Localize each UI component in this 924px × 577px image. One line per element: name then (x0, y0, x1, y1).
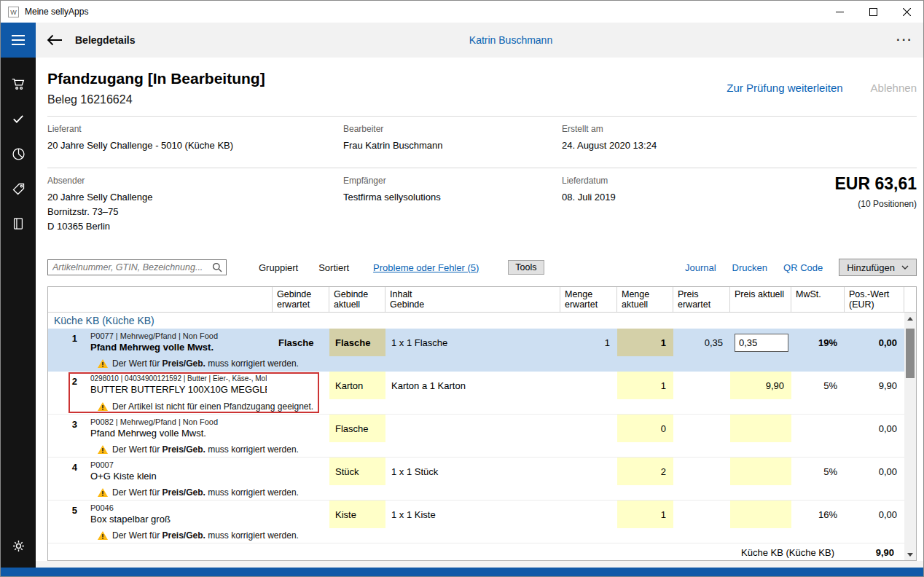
total-amount: EUR 63,61 (834, 174, 917, 194)
group-footer-label: Küche KB (Küche KB) (741, 547, 834, 558)
empfaenger-label: Empfänger (343, 176, 441, 186)
row-number: 5 (48, 501, 85, 528)
lieferant-label: Lieferant (47, 124, 233, 134)
main-content: Pfandzugang [In Bearbeitung] Beleg 16216… (36, 58, 923, 576)
group-header: Küche KB (Küche KB) (48, 313, 916, 329)
reject-button[interactable]: Ablehnen (871, 82, 917, 94)
lieferant-value: 20 Jahre Selly Challenge - 5010 (Küche K… (47, 138, 233, 153)
menge-aktuell-cell[interactable]: 0 (617, 415, 673, 442)
column-header: Gebinde aktuell (329, 287, 385, 312)
article-cell: P0077 | Mehrweg/Pfand | Non Food Pfand M… (85, 329, 273, 356)
gebinde-erwartet-cell (273, 372, 329, 399)
article-search-input[interactable] (47, 259, 227, 275)
preis-aktuell-cell[interactable] (730, 415, 791, 442)
article-cell: 0298010 | 04034900121592 | Butter | Eier… (85, 372, 273, 399)
table-row[interactable]: 3 P0082 | Mehrweg/Pfand | Non Food Pfand… (48, 415, 916, 458)
absender-line2: Bornitzstr. 73–75 (47, 205, 153, 219)
bearbeiter-value: Frau Katrin Buschmann (343, 138, 443, 153)
warning-icon (98, 531, 108, 540)
sidebar-item-cart[interactable] (1, 66, 36, 101)
table-header-row: Gebinde erwartet Gebinde aktuell Inhalt … (48, 287, 916, 313)
preis-aktuell-cell[interactable]: 9,90 (730, 372, 791, 399)
scroll-up-button[interactable] (904, 313, 916, 324)
gebinde-aktuell-cell[interactable]: Karton (329, 372, 385, 399)
menge-aktuell-cell[interactable]: 1 (617, 372, 673, 399)
row-number: 2 (48, 372, 85, 399)
column-header: Preis erwartet (673, 287, 730, 312)
preis-aktuell-cell[interactable] (730, 501, 791, 528)
checkmark-icon (11, 111, 26, 126)
warning-icon (98, 359, 108, 368)
preis-aktuell-cell (730, 329, 791, 356)
sidebar-item-approvals[interactable] (1, 101, 36, 136)
sidebar-item-journal[interactable] (1, 206, 36, 241)
row-warning: Der Artikel ist nicht für einen Pfandzug… (48, 399, 916, 414)
status-bar (1, 568, 923, 576)
column-header-article (48, 287, 273, 312)
table-scrollbar[interactable] (904, 313, 916, 560)
close-button[interactable] (890, 1, 923, 23)
journal-link[interactable]: Journal (685, 262, 716, 273)
gebinde-aktuell-cell[interactable]: Stück (329, 458, 385, 485)
table-row[interactable]: 4 P0007 O+G Kiste klein Stück 1 x 1 Stüc… (48, 458, 916, 501)
menge-aktuell-cell[interactable]: 2 (617, 458, 673, 485)
article-cell: P0046 Box stapelbar groß (85, 501, 273, 528)
sidebar (1, 58, 36, 576)
menge-erwartet-cell (560, 415, 617, 442)
preis-aktuell-cell[interactable] (730, 458, 791, 485)
triangle-up-icon (907, 317, 913, 321)
print-link[interactable]: Drucken (732, 262, 767, 273)
add-button[interactable]: Hinzufügen (839, 259, 917, 276)
warning-icon (98, 402, 108, 411)
menu-button[interactable] (1, 23, 36, 58)
minimize-button[interactable] (823, 1, 856, 23)
pos-wert-cell: 0,00 (845, 329, 904, 356)
gebinde-aktuell-cell[interactable]: Flasche (329, 415, 385, 442)
search-icon (212, 262, 222, 272)
article-cell: P0082 | Mehrweg/Pfand | Non Food Pfand M… (85, 415, 273, 442)
qr-code-link[interactable]: QR Code (783, 262, 823, 273)
menge-aktuell-cell[interactable]: 1 (617, 501, 673, 528)
table-row[interactable]: 2 0298010 | 04034900121592 | Butter | Ei… (48, 372, 916, 415)
table-row[interactable]: 5 P0046 Box stapelbar groß Kiste 1 x 1 K… (48, 501, 916, 543)
price-aktuell-input[interactable] (735, 334, 788, 352)
title-bar: W Meine sellyApps (1, 1, 923, 23)
positions-count: (10 Positionen) (834, 199, 917, 209)
back-button[interactable] (47, 34, 63, 46)
sidebar-item-settings[interactable] (1, 528, 36, 563)
table-row[interactable]: 1 P0077 | Mehrweg/Pfand | Non Food Pfand… (48, 329, 916, 372)
maximize-button[interactable] (856, 1, 890, 23)
window-title: Meine sellyApps (25, 7, 88, 17)
erstellt-value: 24. August 2020 13:24 (562, 138, 657, 153)
preis-erwartet-cell (673, 372, 730, 399)
column-header: MwSt. (791, 287, 845, 312)
menge-erwartet-cell (560, 458, 617, 485)
sortiert-toggle[interactable]: Sortiert (318, 262, 349, 273)
row-number: 1 (48, 329, 85, 356)
chevron-down-icon (901, 265, 909, 270)
tools-button[interactable]: Tools (508, 260, 544, 275)
bearbeiter-label: Bearbeiter (343, 124, 443, 134)
gebinde-aktuell-cell[interactable]: Flasche (329, 329, 385, 356)
lieferdatum-value: 08. Juli 2019 (562, 190, 616, 205)
erstellt-label: Erstellt am (562, 124, 657, 134)
preis-erwartet-cell (673, 415, 730, 442)
more-button[interactable]: ··· (896, 33, 913, 47)
sidebar-item-reports[interactable] (1, 136, 36, 171)
scroll-thumb[interactable] (906, 329, 915, 378)
user-name[interactable]: Katrin Buschmann (469, 34, 552, 46)
absender-line1: 20 Jahre Selly Challenge (47, 190, 153, 205)
gruppiert-toggle[interactable]: Gruppiert (259, 262, 298, 273)
scroll-down-button[interactable] (904, 549, 916, 560)
settings-icon (11, 538, 26, 554)
forward-for-review-button[interactable]: Zur Prüfung weiterleiten (727, 82, 842, 94)
warning-icon (98, 488, 108, 497)
menge-aktuell-cell[interactable]: 1 (617, 329, 673, 356)
inhalt-cell: 1 x 1 Kiste (385, 501, 560, 528)
row-warning: Der Wert für Preis/Geb. muss korrigiert … (48, 442, 916, 457)
gebinde-erwartet-cell: Flasche (273, 329, 329, 356)
problems-link[interactable]: Probleme oder Fehler (5) (373, 262, 479, 273)
app-window: W Meine sellyApps Belegdetails Katrin Bu… (0, 0, 924, 577)
gebinde-aktuell-cell[interactable]: Kiste (329, 501, 385, 528)
sidebar-item-prices[interactable] (1, 171, 36, 206)
